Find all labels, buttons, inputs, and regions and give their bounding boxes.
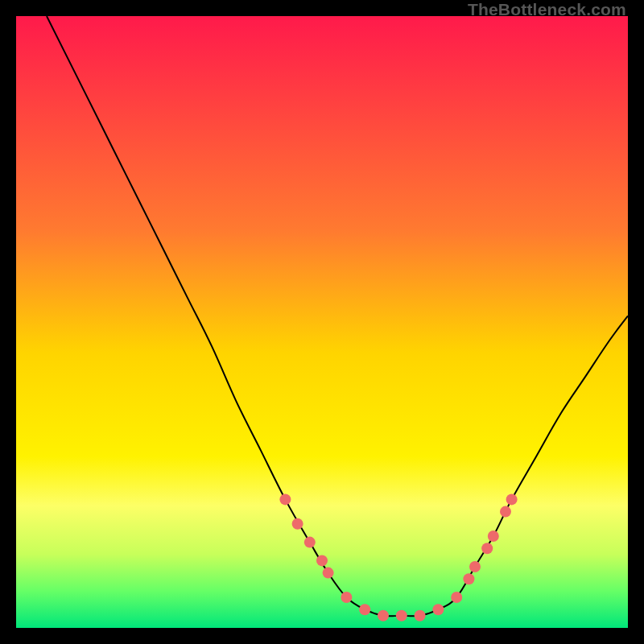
marker-dot (481, 543, 493, 554)
marker-dot (323, 568, 334, 579)
chart-frame (16, 16, 628, 628)
marker-dot (292, 518, 303, 530)
marker-dot (451, 592, 462, 603)
marker-dot (316, 555, 328, 566)
marker-dot (359, 604, 370, 615)
chart-background (16, 16, 628, 628)
marker-dot (488, 530, 499, 542)
marker-dot (378, 610, 389, 621)
marker-dot (415, 610, 426, 621)
marker-dot (469, 561, 481, 572)
watermark-text: TheBottleneck.com (468, 0, 626, 19)
bottleneck-chart (16, 16, 628, 628)
marker-dot (506, 493, 518, 505)
marker-dot (500, 506, 511, 518)
marker-dot (279, 493, 291, 505)
marker-dot (304, 537, 316, 548)
marker-dot (396, 610, 407, 621)
marker-dot (341, 592, 352, 603)
marker-dot (463, 573, 474, 584)
marker-dot (432, 604, 444, 615)
